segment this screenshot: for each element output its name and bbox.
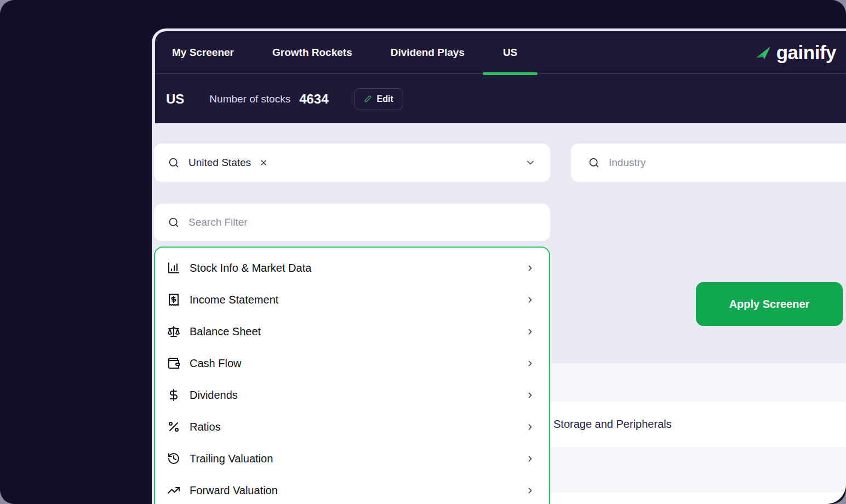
tab-my-screener[interactable]: My Screener [172, 31, 234, 73]
category-trailing-valuation[interactable]: Trailing Valuation [155, 443, 549, 474]
list-item [551, 492, 846, 504]
stocks-count-value: 4634 [299, 91, 328, 107]
category-dividends[interactable]: Dividends [155, 379, 549, 411]
category-ratios[interactable]: Ratios [155, 411, 549, 443]
content-panel: Storage and Peripherals My Screener Grow… [152, 28, 846, 504]
list-item[interactable] [551, 447, 846, 492]
header: My Screener Growth Rockets Dividend Play… [155, 31, 846, 123]
category-label: Cash Flow [190, 357, 241, 370]
screener-summary-bar: US Number of stocks 4634 Edit [155, 75, 846, 123]
wallet-icon [167, 357, 180, 370]
search-filter-field[interactable] [154, 204, 550, 241]
industry-filter-combobox[interactable] [571, 144, 846, 182]
chevron-right-icon [525, 264, 535, 273]
category-label: Dividends [190, 389, 238, 402]
country-selected-value: United States [188, 157, 251, 169]
receipt-icon [167, 293, 180, 306]
category-balance-sheet[interactable]: Balance Sheet [155, 316, 549, 347]
category-forward-valuation[interactable]: Forward Valuation [155, 474, 549, 504]
percent-icon [167, 420, 180, 433]
category-label: Forward Valuation [190, 484, 278, 497]
chevron-right-icon [525, 391, 535, 400]
list-item[interactable] [551, 363, 846, 402]
history-icon [167, 452, 180, 465]
pencil-icon [364, 95, 372, 103]
chevron-right-icon [525, 486, 535, 495]
category-income-statement[interactable]: Income Statement [155, 284, 549, 316]
industry-item-label: Storage and Peripherals [553, 418, 672, 431]
country-filter-combobox[interactable]: United States [154, 144, 550, 182]
chevron-right-icon [525, 295, 535, 305]
tab-us[interactable]: US [503, 31, 517, 73]
category-cash-flow[interactable]: Cash Flow [155, 347, 549, 379]
category-label: Trailing Valuation [190, 453, 273, 465]
chevron-right-icon [525, 422, 535, 432]
stocks-count-label: Number of stocks [209, 93, 290, 105]
filter-categories-dropdown: Stock Info & Market Data Income Statemen… [154, 247, 550, 504]
chart-column-icon [167, 261, 180, 274]
tab-growth-rockets[interactable]: Growth Rockets [272, 31, 352, 73]
scale-icon [167, 325, 180, 338]
brand-logo: gainify [755, 31, 836, 74]
screener-name: US [166, 91, 184, 107]
search-icon [168, 157, 179, 168]
search-icon [588, 157, 599, 168]
search-filter-input[interactable] [188, 216, 536, 228]
edit-button[interactable]: Edit [354, 88, 403, 110]
chevron-right-icon [525, 327, 535, 336]
apply-screener-button[interactable]: Apply Screener [696, 282, 843, 326]
industry-input[interactable] [609, 157, 838, 169]
tab-dividend-plays[interactable]: Dividend Plays [391, 31, 465, 73]
tab-bar: My Screener Growth Rockets Dividend Play… [155, 31, 846, 74]
trending-up-icon [167, 484, 180, 497]
app-window: Storage and Peripherals My Screener Grow… [0, 0, 846, 504]
chevron-right-icon [525, 454, 535, 463]
clear-x-icon[interactable] [259, 158, 268, 167]
dollar-sign-icon [167, 388, 180, 402]
brand-name: gainify [776, 42, 836, 64]
chevron-down-icon[interactable] [525, 157, 536, 168]
chevron-right-icon [525, 359, 535, 368]
search-icon [168, 217, 179, 228]
list-item[interactable]: Storage and Peripherals [551, 402, 846, 447]
gainify-arrow-icon [755, 44, 771, 61]
category-label: Stock Info & Market Data [190, 262, 311, 274]
category-stock-info[interactable]: Stock Info & Market Data [155, 252, 549, 284]
industry-results-list: Storage and Peripherals [551, 363, 846, 504]
category-label: Balance Sheet [190, 325, 261, 338]
category-label: Income Statement [190, 294, 278, 306]
edit-button-label: Edit [377, 94, 393, 104]
category-label: Ratios [190, 421, 221, 433]
